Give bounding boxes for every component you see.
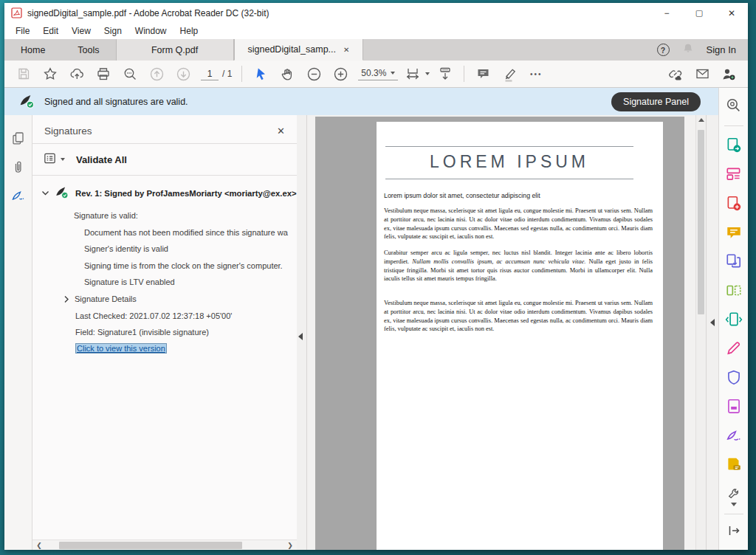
- panel-horizontal-scrollbar[interactable]: ❮ ❯: [32, 540, 297, 550]
- hand-tool-icon[interactable]: [276, 63, 298, 84]
- chevron-down-icon: [425, 72, 430, 75]
- page-thumbnails-icon[interactable]: [9, 128, 28, 148]
- acrobat-window: signedDigital_sample.pdf - Adobe Acrobat…: [4, 3, 748, 550]
- page-number-input[interactable]: [201, 67, 219, 80]
- menu-edit[interactable]: Edit: [36, 24, 65, 38]
- acrobat-pdf-icon: [11, 7, 22, 18]
- panel-divider[interactable]: [297, 115, 307, 550]
- scroll-up-icon[interactable]: [698, 118, 704, 122]
- tab-close-icon[interactable]: ✕: [343, 46, 349, 54]
- sign-in-button[interactable]: Sign In: [707, 44, 736, 55]
- menu-help[interactable]: Help: [173, 24, 205, 38]
- chevron-right-icon[interactable]: [63, 295, 69, 303]
- find-icon[interactable]: [119, 63, 141, 84]
- open-tools-pane-icon[interactable]: [724, 520, 744, 541]
- tab-bar: Home Tools Form Q.pdf signedDigital_samp…: [4, 39, 748, 61]
- fill-sign-icon[interactable]: [724, 339, 744, 359]
- cloud-upload-icon[interactable]: [66, 63, 88, 84]
- zoom-out-icon[interactable]: [303, 63, 325, 84]
- zoom-level-value: 50.3%: [361, 68, 386, 78]
- revision-row[interactable]: Rev. 1: Signed by ProfJamesMoriarty <mor…: [32, 185, 297, 201]
- page-count-label: / 1: [222, 69, 232, 79]
- more-tools-button[interactable]: •••: [525, 63, 547, 84]
- comment-icon[interactable]: [724, 222, 744, 242]
- certificates-icon[interactable]: [724, 426, 744, 446]
- more-tools-icon[interactable]: [724, 484, 744, 504]
- main-toolbar: / 1 50.3% •••: [4, 61, 748, 88]
- scroll-left-icon[interactable]: ❮: [35, 541, 44, 550]
- signature-panel-button[interactable]: Signature Panel: [611, 92, 701, 111]
- combine-files-icon[interactable]: [724, 252, 744, 272]
- chevron-down-icon[interactable]: [41, 190, 49, 196]
- add-signer-icon[interactable]: [718, 63, 740, 84]
- vertical-scrollbar[interactable]: [695, 115, 706, 550]
- signature-details-row[interactable]: Signature Details: [32, 291, 297, 308]
- document-subtitle: Lorem ipsum dolor sit amet, consectetur …: [384, 192, 653, 199]
- field-info-label: Field: Signature1 (invisible signature): [32, 324, 297, 341]
- signature-valid-icon: [54, 185, 69, 201]
- signature-detail: Signer's identity is valid: [32, 241, 297, 258]
- select-tool-icon[interactable]: [250, 63, 272, 84]
- scrollbar-thumb[interactable]: [698, 130, 704, 314]
- menu-window[interactable]: Window: [128, 24, 173, 38]
- title-rule-bottom: [385, 179, 633, 179]
- share-link-icon[interactable]: [664, 63, 687, 84]
- chevron-down-icon[interactable]: [61, 158, 65, 161]
- favorites-star-icon[interactable]: [39, 63, 61, 84]
- print-icon[interactable]: [92, 63, 114, 84]
- tab-label: signedDigital_samp...: [248, 44, 337, 55]
- help-icon[interactable]: ?: [657, 44, 670, 56]
- validate-all-button[interactable]: Validate All: [76, 154, 127, 165]
- protect-pdf-icon[interactable]: [724, 368, 744, 387]
- zoom-in-icon[interactable]: [329, 63, 351, 84]
- window-close-button[interactable]: ✕: [715, 3, 748, 23]
- organize-pages-icon[interactable]: [724, 280, 744, 300]
- compress-pdf-icon[interactable]: [724, 310, 744, 330]
- edit-pdf-icon[interactable]: [724, 165, 744, 185]
- previous-page-icon[interactable]: [145, 63, 168, 84]
- view-version-link[interactable]: Click to view this version: [75, 343, 167, 354]
- tab-form-q[interactable]: Form Q.pdf: [116, 39, 234, 61]
- next-page-icon[interactable]: [172, 63, 194, 84]
- tab-home[interactable]: Home: [4, 39, 61, 61]
- menu-sign[interactable]: Sign: [97, 24, 128, 38]
- zoom-level-dropdown[interactable]: 50.3%: [358, 68, 398, 80]
- create-pdf-icon[interactable]: [724, 193, 744, 213]
- chevron-down-icon[interactable]: [731, 503, 737, 506]
- panel-close-icon[interactable]: ✕: [277, 125, 285, 137]
- signature-details-label: Signature Details: [75, 291, 137, 308]
- collapse-panel-icon[interactable]: [298, 333, 303, 340]
- window-minimize-button[interactable]: −: [650, 3, 683, 23]
- send-for-comments-icon[interactable]: [724, 455, 744, 475]
- redact-icon[interactable]: [724, 397, 744, 417]
- scroll-mode-icon[interactable]: [434, 63, 456, 84]
- title-bar: signedDigital_sample.pdf - Adobe Acrobat…: [4, 3, 748, 23]
- status-line: Signature is valid:: [32, 207, 297, 224]
- highlight-tool-icon[interactable]: [498, 63, 520, 84]
- menu-file[interactable]: File: [9, 24, 36, 38]
- signatures-panel-icon[interactable]: [9, 186, 28, 205]
- revision-title: Rev. 1: Signed by ProfJamesMoriarty <mor…: [75, 189, 297, 198]
- attachments-icon[interactable]: [9, 157, 28, 176]
- menu-view[interactable]: View: [65, 24, 97, 38]
- fit-width-dropdown[interactable]: [405, 63, 430, 84]
- tools-pane-divider[interactable]: [706, 115, 718, 550]
- scroll-right-icon[interactable]: ❯: [286, 541, 295, 550]
- window-maximize-button[interactable]: ▢: [683, 3, 715, 23]
- export-pdf-icon[interactable]: [724, 135, 744, 155]
- pdf-page: LOREM IPSUM Lorem ipsum dolor sit amet, …: [377, 122, 663, 550]
- collapse-tools-icon[interactable]: [710, 319, 715, 326]
- tab-signed-digital[interactable]: signedDigital_samp...✕: [234, 39, 364, 61]
- desktop-background: signedDigital_sample.pdf - Adobe Acrobat…: [0, 0, 756, 555]
- email-icon[interactable]: [691, 63, 713, 84]
- save-icon[interactable]: [13, 63, 35, 84]
- options-menu-icon[interactable]: [43, 151, 57, 168]
- scrollbar-thumb[interactable]: [59, 542, 242, 549]
- comment-tool-icon[interactable]: [472, 63, 494, 84]
- signature-detail: Signature is LTV enabled: [32, 274, 297, 291]
- notifications-bell-icon[interactable]: [681, 42, 695, 58]
- panel-title: Signatures: [44, 125, 92, 137]
- search-icon[interactable]: [724, 95, 744, 115]
- tab-tools[interactable]: Tools: [61, 39, 115, 61]
- document-viewport[interactable]: LOREM IPSUM Lorem ipsum dolor sit amet, …: [307, 115, 706, 550]
